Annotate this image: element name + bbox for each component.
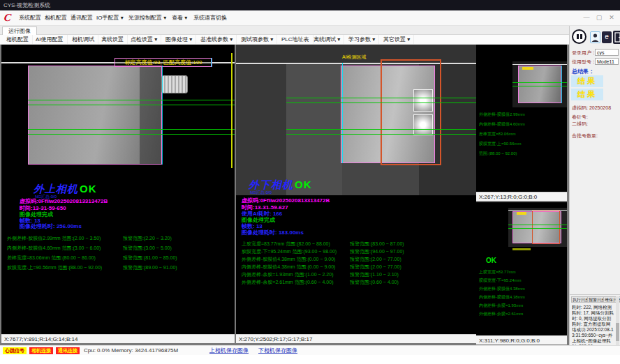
tool-offline-debug[interactable]: 离线调试 ▾ bbox=[310, 35, 344, 44]
menu-bar: C 系统配置 相机配置 通讯配置 IO手配置 ▾ 光源控制配置 ▾ 查看 ▾ 系… bbox=[0, 10, 620, 26]
measurement-row: 外侧差棒-余胶=2.61mm 范围:(0.60 ~ 4.00) 预警范围:(0.… bbox=[242, 279, 475, 286]
maximize-icon[interactable]: ▢ bbox=[593, 10, 605, 25]
tool-ai-config[interactable]: AI使用配置 bbox=[32, 35, 68, 44]
pixel-coordinate-bar: X:311;Y:980;R:0;G:0;B:0 bbox=[476, 335, 567, 344]
menu-system-config[interactable]: 系统配置 bbox=[15, 10, 45, 25]
thumbnail-image-bottom[interactable]: OK 上胶宽度=83.77mm 胶膜宽度-下=95.24mm 外侧差棒-胶膜值4… bbox=[476, 202, 567, 335]
menu-io-config[interactable]: IO手配置 ▾ bbox=[93, 10, 127, 25]
mini-measure-line: 外侧差棒-胶膜值2.99mm bbox=[479, 112, 525, 118]
total-result-label: 总结果： bbox=[572, 68, 594, 75]
measure-line bbox=[28, 129, 235, 130]
tool-plc-table[interactable]: PLC地址表 bbox=[278, 35, 313, 44]
sidebar: e 登录用户： cys 使用型号： Mode11 总结果： 结果 结果 虚拟码:… bbox=[569, 26, 620, 345]
thumbnail-panel-bottom: OK 上胶宽度=83.77mm 胶膜宽度-下=95.24mm 外侧差棒-胶膜值4… bbox=[476, 202, 567, 344]
connector-part bbox=[161, 75, 188, 93]
login-user-input[interactable]: cys bbox=[595, 49, 619, 56]
batch-count-label: 合批号数量: bbox=[572, 132, 598, 139]
elapsed-line: 图像处理耗时: 256.00ms bbox=[20, 222, 82, 230]
thumbnail-panel-top: 外侧差棒-胶膜值2.99mm 内侧差棒-胶膜值4.60mm 差棒宽度=83.06… bbox=[476, 45, 567, 201]
status-bar: 心跳信号 相机连接 通讯连接 Cpu: 0.0% Memory: 3424.41… bbox=[0, 345, 620, 355]
reflective-spot bbox=[413, 89, 433, 112]
close-icon[interactable]: ✕ bbox=[606, 10, 617, 25]
mini-measure-line: 外侧差棒-胶膜值4.38mm bbox=[479, 286, 525, 292]
tab-strip: 运行图像 bbox=[0, 26, 620, 35]
warning-range: 预警范围:(2.00 ~ 77.00) bbox=[350, 264, 401, 271]
lower-camera-save-link[interactable]: 下相机保存图像 bbox=[258, 347, 297, 354]
height-overlay-label: 标定高度值:93, 匹配高度值:100 bbox=[115, 58, 212, 67]
measurement-text: 外侧差棒-余胶=2.61mm 范围:(0.60 ~ 4.00) bbox=[242, 279, 333, 286]
pixel-coordinate-bar: X:267;Y:13;R:0;G:0;B:0 bbox=[476, 192, 567, 201]
measurement-text: 内侧差棒-余胶=1.93mm 范围:(1.00 ~ 2.20) bbox=[242, 271, 333, 278]
model-input[interactable]: Mode11 bbox=[595, 58, 619, 65]
elapsed-line: 图像处理耗时: 183.00ms bbox=[242, 229, 304, 236]
upper-camera-save-link[interactable]: 上相机保存图像 bbox=[209, 347, 249, 354]
part-shadow bbox=[140, 66, 161, 164]
result-indicator-2: 结果 bbox=[571, 89, 603, 100]
measure-line bbox=[28, 100, 235, 100]
warning-range: 预警范围:(94.00 ~ 97.00) bbox=[350, 248, 404, 255]
tool-image-process[interactable]: 图像处理 ▾ bbox=[162, 35, 196, 44]
mini-measure-line: 上胶宽度=83.77mm bbox=[479, 269, 516, 275]
user-button[interactable] bbox=[590, 31, 600, 43]
warning-range: 预警范围:(1.10 ~ 2.10) bbox=[350, 271, 399, 278]
toolbar: 相机配置 AI使用配置 相机调试 离线设置 点检设置 ▾ 图像处理 ▾ 基准线参… bbox=[0, 35, 620, 45]
measurement-text: 外侧差棒-胶膜值4.38mm 范围:(0.00 ~ 9.00) bbox=[242, 256, 335, 263]
mini-label-mark bbox=[517, 212, 526, 215]
mini-measure-line: 内侧差棒-胶膜值4.60mm bbox=[479, 121, 525, 128]
tool-offline-setting[interactable]: 离线设置 bbox=[98, 35, 128, 44]
comm-connect-badge: 通讯连接 bbox=[56, 347, 80, 354]
ng-summary: NG汇总:0/0 bbox=[250, 190, 272, 196]
result-ok: OK bbox=[486, 257, 496, 264]
virtual-code-label: 虚拟码: 20250208 bbox=[572, 105, 611, 112]
login-user-label: 登录用户： bbox=[572, 50, 596, 56]
menu-language-switch[interactable]: 系统语言切换 bbox=[190, 10, 230, 25]
thumbnail-image-top[interactable]: 外侧差棒-胶膜值2.99mm 内侧差棒-胶膜值4.60mm 差棒宽度=83.06… bbox=[476, 45, 567, 192]
measurement-row: 外侧差棒-胶膜值2.99mm 范围:(2.00 ~ 3.50) 预警范围:(2.… bbox=[7, 235, 233, 242]
e-button[interactable]: e bbox=[602, 31, 612, 43]
tool-baseline-params[interactable]: 基准线参数 ▾ bbox=[197, 35, 237, 44]
app-logo-icon: C bbox=[3, 12, 12, 24]
user-icon bbox=[591, 32, 600, 43]
mini-measure-line: 胶膜宽度-上=90.56mm bbox=[479, 141, 522, 147]
log-scrollbar[interactable] bbox=[616, 296, 619, 345]
result-ok: OK bbox=[295, 179, 312, 190]
e-icon: e bbox=[605, 33, 609, 40]
camera-connect-badge: 相机连接 bbox=[29, 347, 53, 354]
tool-other-settings[interactable]: 其它设置 ▾ bbox=[380, 35, 414, 44]
measurement-text: 胶膜宽度-上=90.56mm 范围:(88.00 ~ 92.00) bbox=[7, 264, 102, 271]
tool-test-params[interactable]: 测试项参数 ▾ bbox=[237, 35, 277, 44]
tool-camera-debug[interactable]: 相机调试 bbox=[68, 35, 98, 44]
mini-measure-line: 外侧差棒-余胶=2.61mm bbox=[479, 311, 523, 317]
menu-camera-config[interactable]: 相机配置 bbox=[41, 10, 71, 25]
measurement-text: 胶膜宽度-下=95.24mm 范围:(93.00 ~ 98.00) bbox=[242, 248, 337, 255]
warning-range: 预警范围:(83.00 ~ 87.00) bbox=[350, 241, 404, 248]
tool-learn-params[interactable]: 学习参数 ▾ bbox=[345, 35, 379, 44]
ai-region-label: AI检测区域 bbox=[342, 54, 367, 61]
qr-code-label: 二维码: bbox=[572, 121, 588, 128]
measurement-row: 胶膜宽度-上=90.56mm 范围:(88.00 ~ 92.00) 预警范围:(… bbox=[7, 264, 233, 271]
menu-light-config[interactable]: 光源控制配置 ▾ bbox=[125, 10, 170, 25]
measure-line bbox=[28, 105, 235, 105]
warning-range: 预警范围:(89.00 ~ 91.00) bbox=[123, 264, 177, 271]
title-bar: CYS-视觉检测系统 bbox=[0, 0, 620, 10]
camera-image-upper[interactable]: 标定高度值:93, 匹配高度值:100 外上相机OK NG汇总:0/0 虚拟码:… bbox=[1, 45, 235, 334]
warning-range: 预警范围:(0.60 ~ 4.00) bbox=[350, 279, 399, 286]
tool-camera-config[interactable]: 相机配置 bbox=[3, 35, 33, 44]
window-title: CYS-视觉检测系统 bbox=[3, 2, 50, 8]
mini-measure-line: 胶膜宽度-下=95.24mm bbox=[479, 278, 522, 284]
mini-measure-line: 内侧差棒-余胶=1.93mm bbox=[479, 303, 523, 309]
camera-image-lower[interactable]: AI检测区域 外下相机OK NG汇总:0/0 虚拟码:0FfIiw2025020… bbox=[236, 45, 476, 334]
tool-spotcheck-setting[interactable]: 点检设置 ▾ bbox=[127, 35, 161, 44]
menu-comm-config[interactable]: 通讯配置 bbox=[67, 10, 96, 25]
exit-door-icon bbox=[613, 31, 620, 44]
pause-button[interactable] bbox=[572, 29, 586, 44]
result-ok: OK bbox=[80, 183, 97, 195]
exit-button[interactable] bbox=[613, 31, 620, 44]
measure-line bbox=[28, 134, 235, 135]
mini-label-mark bbox=[512, 248, 531, 250]
measurement-text: 差棒宽度=83.06mm 范围:(80.00 ~ 86.00) bbox=[7, 255, 96, 261]
minimize-icon[interactable]: — bbox=[581, 10, 592, 25]
mini-measure-line: 范围:(88.00 ~ 92.00) bbox=[479, 151, 517, 157]
menu-view[interactable]: 查看 ▾ bbox=[168, 10, 191, 25]
mini-measure-line: 差棒宽度=83.06mm bbox=[479, 131, 516, 137]
